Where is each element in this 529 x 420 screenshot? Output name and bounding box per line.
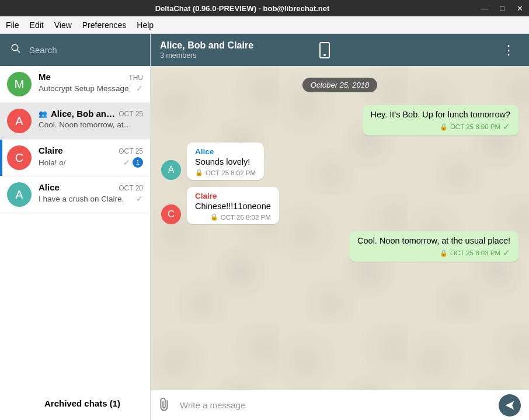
menu-edit[interactable]: Edit — [30, 20, 44, 30]
delivered-icon: ✓ — [123, 158, 130, 167]
chat-item-name: Claire — [39, 145, 63, 155]
sidebar-header — [0, 34, 150, 66]
svg-point-0 — [12, 44, 18, 51]
search-input[interactable] — [29, 45, 140, 55]
message-meta: 🔒 OCT 25 8:03 PM ✓ — [357, 248, 510, 258]
search-icon — [11, 43, 21, 57]
message-row: AAliceSounds lovely!🔒 OCT 25 8:02 PM — [161, 143, 518, 180]
message-time: OCT 25 8:03 PM — [450, 249, 500, 256]
sidebar: M Me THU Autocrypt Setup Message ✓ A 👥Al… — [0, 34, 151, 420]
message-time: OCT 25 8:00 PM — [450, 123, 500, 130]
compose-input[interactable] — [180, 400, 490, 410]
avatar: M — [7, 72, 32, 96]
chat-item-name: 👥Alice, Bob an… — [39, 109, 115, 119]
lock-icon: 🔒 — [440, 249, 448, 257]
chat-item-date: OCT 20 — [119, 184, 143, 192]
message-row: Cool. Noon tomorrow, at the usual place!… — [161, 231, 518, 262]
message-meta: 🔒 OCT 25 8:02 PM — [195, 169, 256, 176]
message-bubble[interactable]: Hey. It's Bob. Up for lunch tomorrow?🔒 O… — [363, 105, 518, 136]
menu-help[interactable]: Help — [137, 20, 154, 30]
chat-area: Alice, Bob and Claire 3 members ⋮ Octobe… — [151, 34, 529, 420]
svg-line-1 — [17, 50, 20, 53]
menu-file[interactable]: File — [6, 20, 19, 30]
group-icon: 👥 — [39, 110, 47, 118]
phone-icon[interactable] — [319, 42, 330, 58]
lock-icon: 🔒 — [210, 213, 218, 221]
chat-list-item[interactable]: A 👥Alice, Bob an… OCT 25 Cool. Noon tomo… — [0, 103, 150, 140]
menubar: File Edit View Preferences Help — [0, 16, 529, 34]
archived-chats-row[interactable]: Archived chats (1) — [0, 387, 150, 420]
message-row: CClaireChinese!!!11oneone🔒 OCT 25 8:02 P… — [161, 187, 518, 224]
window-close-button[interactable]: ✕ — [515, 4, 524, 13]
window-title: DeltaChat (0.96.0-PREVIEW) - bob@librech… — [5, 4, 480, 13]
chat-item-date: THU — [128, 74, 143, 82]
delivered-icon: ✓ — [136, 194, 143, 203]
delivered-icon: ✓ — [503, 122, 510, 132]
message-bubble[interactable]: Cool. Noon tomorrow, at the usual place!… — [349, 231, 518, 262]
date-separator: October 25, 2018 — [302, 78, 377, 92]
chat-list-item[interactable]: C Claire OCT 25 Hola! o/ ✓ 1 — [0, 140, 150, 176]
avatar: A — [7, 109, 32, 133]
delivered-icon: ✓ — [136, 84, 143, 93]
message-text: Sounds lovely! — [195, 157, 256, 166]
window-minimize-button[interactable]: — — [480, 4, 489, 13]
chat-item-preview: Cool. Noon tomorrow, at… — [39, 120, 143, 129]
chat-list: M Me THU Autocrypt Setup Message ✓ A 👥Al… — [0, 66, 150, 387]
avatar: A — [7, 182, 32, 207]
chat-item-preview: Hola! o/ — [39, 158, 123, 167]
chat-item-date: OCT 25 — [119, 147, 143, 155]
messages-container: October 25, 2018 Hey. It's Bob. Up for l… — [151, 66, 529, 390]
attach-icon[interactable] — [155, 395, 176, 415]
chat-header: Alice, Bob and Claire 3 members ⋮ — [151, 34, 529, 66]
chat-item-name: Me — [39, 72, 51, 82]
chat-item-preview: I have a crush on Claire. — [39, 195, 136, 203]
lock-icon: 🔒 — [195, 169, 203, 176]
chat-list-item[interactable]: A Alice OCT 20 I have a crush on Claire.… — [0, 176, 150, 213]
unread-badge: 1 — [133, 157, 143, 168]
menu-preferences[interactable]: Preferences — [82, 20, 126, 30]
window-maximize-button[interactable]: □ — [497, 4, 507, 13]
composer — [151, 390, 529, 420]
chat-item-name: Alice — [39, 182, 60, 192]
message-row: Hey. It's Bob. Up for lunch tomorrow?🔒 O… — [161, 105, 518, 136]
message-text: Cool. Noon tomorrow, at the usual place! — [357, 236, 510, 245]
menu-view[interactable]: View — [54, 20, 72, 30]
message-text: Hey. It's Bob. Up for lunch tomorrow? — [371, 110, 510, 119]
message-meta: 🔒 OCT 25 8:02 PM — [195, 213, 271, 221]
more-menu-icon[interactable]: ⋮ — [497, 40, 520, 60]
message-meta: 🔒 OCT 25 8:00 PM ✓ — [371, 122, 510, 132]
message-sender: Claire — [195, 192, 271, 200]
chat-subtitle: 3 members — [160, 51, 311, 60]
avatar: C — [161, 204, 181, 224]
message-time: OCT 25 8:02 PM — [221, 214, 271, 221]
chat-title: Alice, Bob and Claire — [160, 40, 311, 51]
message-text: Chinese!!!11oneone — [195, 202, 271, 211]
lock-icon: 🔒 — [440, 123, 448, 131]
chat-item-preview: Autocrypt Setup Message — [39, 84, 136, 93]
message-bubble[interactable]: AliceSounds lovely!🔒 OCT 25 8:02 PM — [187, 143, 264, 180]
avatar: C — [7, 145, 32, 170]
message-sender: Alice — [195, 147, 256, 156]
chat-list-item[interactable]: M Me THU Autocrypt Setup Message ✓ — [0, 66, 150, 103]
delivered-icon: ✓ — [503, 248, 510, 258]
avatar: A — [161, 160, 181, 180]
window-titlebar: DeltaChat (0.96.0-PREVIEW) - bob@librech… — [0, 0, 529, 16]
chat-item-date: OCT 25 — [119, 110, 143, 118]
message-bubble[interactable]: ClaireChinese!!!11oneone🔒 OCT 25 8:02 PM — [187, 187, 279, 224]
message-time: OCT 25 8:02 PM — [206, 169, 256, 176]
send-button[interactable] — [499, 394, 521, 416]
